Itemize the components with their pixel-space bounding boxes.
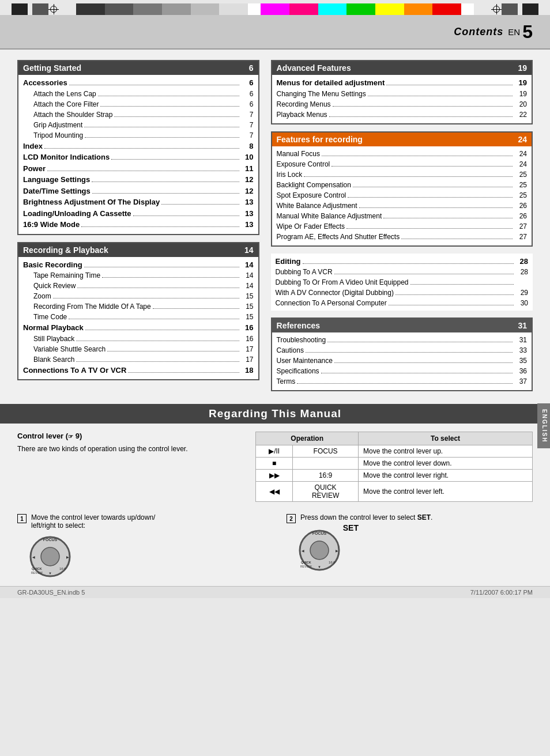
advanced-features-header: Advanced Features 19 (272, 61, 532, 75)
toc-spot-exposure: Spot Exposure Control 25 (277, 190, 527, 201)
toc-widemode: 16:9 Wide Mode 13 (23, 219, 254, 230)
color-white (248, 3, 261, 15)
toc-manual-white: Manual White Balance Adjustment 26 (277, 211, 527, 221)
op-action-right: Move the control lever right. (359, 470, 533, 482)
toc-specifications: Specifications 36 (277, 366, 527, 376)
color-pink (289, 3, 318, 15)
getting-started-page: 6 (249, 63, 254, 73)
recording-playback-section: Recording & Playback 14 Basic Recording … (17, 242, 259, 381)
instruction-2-num: 2 (287, 514, 296, 523)
editing-content: Editing 28 Dubbing To A VCR 28 Dubbing T… (271, 254, 533, 311)
op-label-quick-review: QUICKREVIEW (293, 482, 359, 502)
svg-text:REVIEW: REVIEW (31, 571, 43, 574)
svg-text:QUICK: QUICK (301, 561, 311, 564)
getting-started-header: Getting Started 6 (18, 61, 258, 75)
svg-text:REVIEW: REVIEW (300, 565, 312, 568)
toc-datetime: Date/Time Settings 12 (23, 186, 254, 197)
advanced-features-content: Menus for detailed adjustment 19 Changin… (272, 75, 532, 123)
instruction-1-num: 1 (17, 514, 27, 523)
op-label-focus: FOCUS (293, 445, 359, 458)
toc-core-filter: Attach the Core Filter 6 (23, 99, 254, 109)
references-header: References 31 (272, 319, 532, 332)
toc-lcd: LCD Monitor Indications 10 (23, 152, 254, 163)
toc-dv-connector: With A DV Connector (Digital Dubbing) 29 (276, 288, 528, 298)
references-title: References (277, 321, 321, 330)
editing-section: Editing 28 Dubbing To A VCR 28 Dubbing T… (271, 254, 533, 311)
toc-brightness: Brightness Adjustment Of The Display 13 (23, 196, 254, 208)
recording-playback-content: Basic Recording 14 Tape Remaining Time 1… (18, 257, 258, 380)
features-recording-header: Features for recording 24 (272, 133, 532, 146)
control-lever-title-text: Control lever ( (17, 432, 68, 440)
table-row: ▶▶ 16:9 Move the control lever right. (256, 470, 533, 482)
op-icon-play: ▶/II (256, 445, 293, 458)
toc-right-column: Advanced Features 19 Menus for detailed … (271, 60, 533, 398)
toc-shoulder-strap: Attach the Shoulder Strap 7 (23, 109, 254, 120)
recording-playback-header: Recording & Playback 14 (18, 243, 258, 257)
toc-dubbing-vcr: Dubbing To A VCR 28 (276, 267, 528, 277)
op-label-stop (293, 458, 359, 470)
color-1 (76, 3, 105, 15)
color-5 (191, 3, 220, 15)
recording-playback-title: Recording & Playback (23, 245, 108, 255)
instruction-1: 1 Move the control lever towards up/down… (17, 513, 263, 530)
op-icon-rew: ◀◀ (256, 482, 293, 502)
regarding-lower: 1 Move the control lever towards up/down… (0, 508, 550, 586)
control-lever-diagram-2: FOCUS ▼ ◀ ▶ QUICK REVIEW 16:9 (298, 529, 341, 572)
color-orange (404, 3, 433, 15)
svg-text:16:9: 16:9 (59, 567, 66, 570)
table-row: ▶/II FOCUS Move the control lever up. (256, 445, 533, 458)
references-section: References 31 Troubleshooting 31 Caution… (271, 317, 533, 391)
svg-text:QUICK: QUICK (32, 567, 42, 570)
toc-blank-search: Blank Search 17 (23, 354, 254, 365)
toc-troubleshooting: Troubleshooting 31 (277, 335, 527, 345)
operation-table-container: Operation To select ▶/II FOCUS Move the … (255, 432, 533, 502)
toc-accessories: Accessories 6 (23, 77, 254, 89)
color-red (432, 3, 461, 15)
getting-started-title: Getting Started (23, 63, 81, 73)
reg-square-2 (32, 3, 48, 15)
toc-content: Getting Started 6 Accessories 6 Attach t… (0, 50, 550, 404)
footer-left: GR-DA30US_EN.indb 5 (17, 589, 85, 596)
toc-dubbing-video: Dubbing To Or From A Video Unit Equipped (276, 277, 528, 288)
set-label: SET (417, 513, 431, 521)
toc-recording-middle: Recording From The Middle Of A Tape 15 (23, 301, 254, 312)
page-num: 5 (522, 21, 533, 43)
svg-text:FOCUS: FOCUS (43, 538, 58, 542)
advanced-features-title: Advanced Features (277, 63, 351, 73)
toc-cautions: Cautions 33 (277, 345, 527, 356)
toc-wipe-fader: Wipe Or Fader Effects 27 (277, 221, 527, 232)
toc-manual-focus: Manual Focus 24 (277, 149, 527, 159)
svg-text:FOCUS: FOCUS (312, 531, 327, 535)
op-label-169: 16:9 (293, 470, 359, 482)
toc-program-ae: Program AE, Effects And Shutter Effects … (277, 232, 527, 242)
select-col-header: To select (359, 432, 533, 445)
toc-time-code: Time Code 15 (23, 312, 254, 322)
regarding-title: Regarding This Manual (209, 407, 341, 419)
toc-user-maintenance: User Maintenance 35 (277, 356, 527, 366)
toc-index: Index 8 (23, 141, 254, 152)
english-sidebar: ENGLISH (537, 403, 550, 448)
svg-point-1 (41, 547, 59, 566)
toc-left-column: Getting Started 6 Accessories 6 Attach t… (17, 60, 259, 398)
crosshair-right (491, 4, 502, 14)
table-row: ■ Move the control lever down. (256, 458, 533, 470)
toc-iris-lock: Iris Lock 25 (277, 169, 527, 180)
features-recording-section: Features for recording 24 Manual Focus 2… (271, 131, 533, 247)
reg-square-4 (522, 3, 538, 15)
toc-quick-review: Quick Review 14 (23, 281, 254, 291)
toc-changing-menu: Changing The Menu Settings 19 (277, 89, 527, 99)
advanced-features-page: 19 (518, 63, 527, 73)
color-6 (219, 3, 248, 15)
page-footer: GR-DA30US_EN.indb 5 7/11/2007 6:00:17 PM (0, 586, 550, 598)
instruction-2-text: Press down the control lever to select S… (300, 513, 432, 521)
toc-recording-menus: Recording Menus 20 (277, 99, 527, 109)
color-yellow (375, 3, 404, 15)
toc-basic-recording: Basic Recording 14 (23, 259, 254, 271)
diagram-1: FOCUS ▼ ◀ ▶ QUICK REVIEW 16:9 (29, 535, 263, 580)
diagram-2: FOCUS ▼ ◀ ▶ QUICK REVIEW 16:9 SET (298, 529, 341, 574)
control-lever-description: Control lever (☞ 9) There are two kinds … (17, 432, 244, 454)
toc-menus-detailed: Menus for detailed adjustment 19 (277, 77, 527, 89)
page-header: Contents EN 5 (0, 15, 550, 50)
reg-square-1 (12, 3, 28, 15)
toc-tripod: Tripod Mounting 7 (23, 130, 254, 141)
